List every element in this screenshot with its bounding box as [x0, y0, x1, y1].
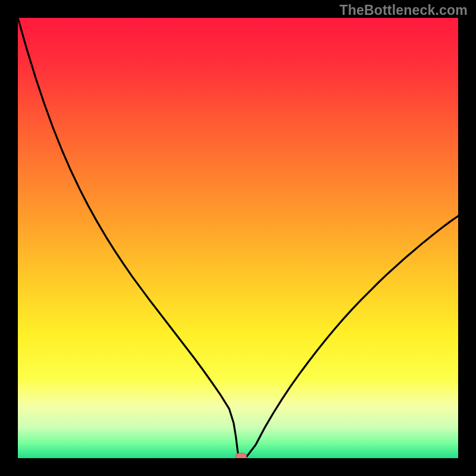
plot-background — [18, 18, 458, 458]
chart-frame: { "watermark": "TheBottleneck.com", "plo… — [0, 0, 476, 476]
bottleneck-plot — [0, 0, 476, 476]
watermark-text: TheBottleneck.com — [339, 2, 468, 18]
optimum-marker — [236, 453, 246, 460]
